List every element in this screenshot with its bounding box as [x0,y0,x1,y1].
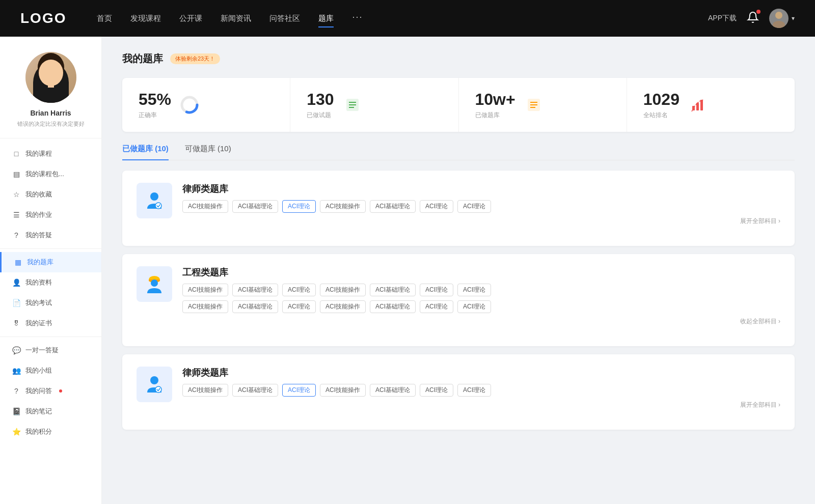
app-download-button[interactable]: APP下载 [708,14,737,23]
user-avatar-button[interactable]: ▾ [769,9,795,28]
nav-discover[interactable]: 发现课程 [130,12,161,25]
tag-2-13[interactable]: ACI理论 [457,300,491,313]
expand-btn-1[interactable]: 展开全部科目 › [182,217,780,226]
tab-available-banks[interactable]: 可做题库 (10) [185,144,231,160]
tag-2-1[interactable]: ACI基础理论 [232,284,278,296]
profile-section: Brian Harris 错误的决定比没有决定要好 [0,47,101,138]
list-green-icon [344,97,361,113]
sidebar-item-notes[interactable]: 📓 我的笔记 [0,401,101,422]
tag-3-4[interactable]: ACI基础理论 [370,384,416,397]
sidebar-item-points[interactable]: ⭐ 我的积分 [0,422,101,442]
tag-2-12[interactable]: ACI理论 [420,300,453,313]
done-questions-label: 已做试题 [307,111,334,120]
tag-1-4[interactable]: ACI基础理论 [370,200,416,213]
questions-icon: ? [12,387,20,395]
points-icon: ⭐ [12,428,20,436]
qbank-icon-engineer [137,266,172,302]
tag-2-5[interactable]: ACI理论 [420,284,453,296]
stat-done-banks: 10w+ 已做题库 [459,78,627,132]
sidebar-item-certificate[interactable]: 🎖 我的证书 [0,313,101,333]
tag-3-2[interactable]: ACI理论 [282,384,316,397]
stat-done-questions: 130 已做试题 [290,78,458,132]
tag-2-6[interactable]: ACI理论 [457,284,491,296]
qbank-icon-lawyer-3 [137,367,172,402]
svg-point-25 [155,386,161,393]
svg-point-24 [150,376,158,384]
qbank-card-2-header: 工程类题库 ACI技能操作 ACI基础理论 ACI理论 ACI技能操作 ACI基… [137,266,780,326]
tag-2-10[interactable]: ACI技能操作 [320,300,366,313]
tag-1-2[interactable]: ACI理论 [282,200,316,213]
tag-3-0[interactable]: ACI技能操作 [182,384,228,397]
nav-more[interactable]: ··· [352,12,363,25]
expand-btn-3[interactable]: 展开全部科目 › [182,401,780,409]
done-banks-icon-wrap [524,95,544,115]
tag-3-1[interactable]: ACI基础理论 [232,384,278,397]
course-icon: □ [12,150,20,158]
qbank-card-1-tags: ACI技能操作 ACI基础理论 ACI理论 ACI技能操作 ACI基础理论 AC… [182,200,780,213]
tag-2-0[interactable]: ACI技能操作 [182,284,228,296]
tag-2-2[interactable]: ACI理论 [282,284,316,296]
tag-2-9[interactable]: ACI理论 [282,300,316,313]
page-title-row: 我的题库 体验剩余23天！ [122,52,795,66]
sidebar-item-course-package[interactable]: ▤ 我的课程包... [0,164,101,184]
sidebar-item-qbank[interactable]: ▦ 我的题库 [0,252,101,272]
sidebar-label-qbank: 我的题库 [27,258,53,267]
profile-motto: 错误的决定比没有决定要好 [17,120,85,128]
profile-icon: 👤 [12,278,20,287]
rank-value: 1029 [643,90,680,109]
bell-button[interactable] [747,11,759,25]
sidebar-item-group[interactable]: 👥 我的小组 [0,360,101,381]
nav-home[interactable]: 首页 [97,12,112,25]
sidebar-item-profile[interactable]: 👤 我的资料 [0,272,101,293]
sidebar-item-questions[interactable]: ? 我的问答 [0,381,101,401]
sidebar-item-my-qa[interactable]: ? 我的答疑 [0,225,101,245]
qbank-card-3: 律师类题库 ACI技能操作 ACI基础理论 ACI理论 ACI技能操作 ACI基… [122,354,795,430]
tag-2-3[interactable]: ACI技能操作 [320,284,366,296]
sidebar-item-homework[interactable]: ☰ 我的作业 [0,205,101,225]
tag-1-5[interactable]: ACI理论 [420,200,453,213]
stats-row: 55% 正确率 130 已做试题 [122,78,795,132]
done-banks-value: 10w+ [475,90,515,109]
done-banks-value-wrap: 10w+ 已做题库 [475,90,515,120]
nav-qa[interactable]: 问答社区 [269,12,300,25]
sidebar-divider-1 [0,248,101,249]
course-package-icon: ▤ [12,170,20,178]
sidebar-item-one-on-one[interactable]: 💬 一对一答疑 [0,340,101,360]
tag-1-3[interactable]: ACI技能操作 [320,200,366,213]
profile-name: Brian Harris [30,109,71,117]
qbank-card-1-header: 律师类题库 ACI技能操作 ACI基础理论 ACI理论 ACI技能操作 ACI基… [137,183,780,226]
tag-2-8[interactable]: ACI基础理论 [232,300,278,313]
sidebar-item-my-course[interactable]: □ 我的课程 [0,144,101,164]
tag-1-6[interactable]: ACI理论 [457,200,491,213]
nav-news[interactable]: 新闻资讯 [221,12,251,25]
one-on-one-icon: 💬 [12,346,20,354]
stat-accuracy: 55% 正确率 [122,78,290,132]
svg-point-1 [773,21,785,28]
sidebar-nav: □ 我的课程 ▤ 我的课程包... ☆ 我的收藏 ☰ 我的作业 ? 我的答疑 ▦ [0,144,101,442]
nav-open-course[interactable]: 公开课 [179,12,202,25]
main-layout: Brian Harris 错误的决定比没有决定要好 □ 我的课程 ▤ 我的课程包… [0,37,815,504]
list-orange-icon [526,97,542,113]
tab-done-banks[interactable]: 已做题库 (10) [122,144,169,160]
tag-2-7[interactable]: ACI技能操作 [182,300,228,313]
certificate-icon: 🎖 [12,319,20,327]
notes-icon: 📓 [12,407,20,415]
nav-qbank[interactable]: 题库 [318,12,334,25]
sidebar-item-exam[interactable]: 📄 我的考试 [0,293,101,313]
questions-badge [59,389,62,393]
sidebar-label-one-on-one: 一对一答疑 [25,346,59,355]
collapse-btn-2[interactable]: 收起全部科目 › [182,317,780,326]
tag-3-6[interactable]: ACI理论 [457,384,491,397]
qbank-card-1: 律师类题库 ACI技能操作 ACI基础理论 ACI理论 ACI技能操作 ACI基… [122,171,795,246]
avatar-image [25,52,76,103]
sidebar-item-favorites[interactable]: ☆ 我的收藏 [0,184,101,205]
tag-1-1[interactable]: ACI基础理论 [232,200,278,213]
tag-3-3[interactable]: ACI技能操作 [320,384,366,397]
sidebar-label-points: 我的积分 [25,427,52,436]
tag-3-5[interactable]: ACI理论 [420,384,453,397]
done-banks-label: 已做题库 [475,111,515,120]
tag-2-4[interactable]: ACI基础理论 [370,284,416,296]
tag-2-11[interactable]: ACI基础理论 [370,300,416,313]
tag-1-0[interactable]: ACI技能操作 [182,200,228,213]
sidebar-label-exam: 我的考试 [25,298,52,307]
